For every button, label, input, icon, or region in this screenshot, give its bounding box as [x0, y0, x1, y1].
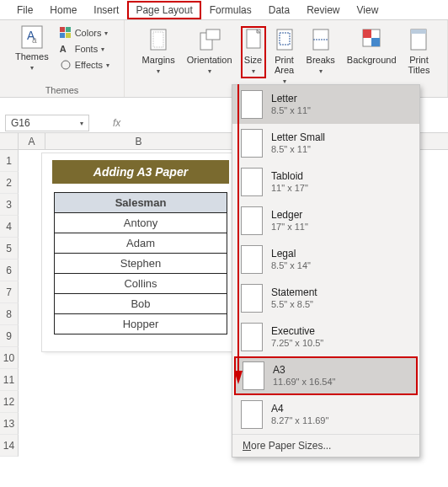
row-header[interactable]: 3: [0, 194, 19, 216]
size-dim: 8.5" x 11": [271, 143, 325, 155]
row-header[interactable]: 9: [0, 325, 19, 347]
group-label-themes: Themes: [45, 85, 79, 95]
size-option-a3[interactable]: A311.69" x 16.54": [234, 356, 418, 395]
size-dim: 17" x 11": [271, 221, 308, 233]
tab-file[interactable]: File: [8, 1, 41, 19]
svg-rect-5: [60, 33, 65, 38]
size-dim: 5.5" x 8.5": [271, 298, 317, 310]
row-header[interactable]: 4: [0, 216, 19, 238]
tab-review[interactable]: Review: [298, 1, 348, 19]
page-title: Adding A3 Paper: [52, 160, 229, 184]
row-header[interactable]: 8: [0, 303, 19, 325]
more-paper-sizes[interactable]: More Paper Sizes...: [232, 434, 419, 457]
size-option-letter[interactable]: Letter8.5" x 11": [232, 85, 419, 124]
themes-button[interactable]: Aa Themes ▾: [12, 23, 52, 73]
row-header[interactable]: 5: [0, 238, 19, 260]
effects-icon: [60, 59, 72, 71]
tab-data[interactable]: Data: [260, 1, 298, 19]
size-name: Statement: [271, 286, 317, 298]
row-header[interactable]: 12: [0, 391, 19, 413]
col-header-a[interactable]: A: [19, 133, 45, 149]
print-area-icon: [275, 28, 295, 53]
tab-page-layout[interactable]: Page Layout: [127, 1, 200, 19]
tab-view[interactable]: View: [349, 1, 387, 19]
row-header[interactable]: 7: [0, 281, 19, 303]
ribbon-tabs: File Home Insert Page Layout Formulas Da…: [0, 0, 448, 20]
page-icon: [243, 361, 264, 390]
size-dim: 11" x 17": [271, 182, 308, 194]
size-name: A4: [271, 403, 328, 415]
row-headers: 1 2 3 4 5 6 7 8 9 10 11 12 13 14: [0, 150, 19, 457]
page-icon: [241, 284, 263, 313]
page-icon: [241, 400, 263, 429]
size-dropdown-menu: Letter8.5" x 11"Letter Small8.5" x 11"Ta…: [232, 84, 420, 458]
table-row[interactable]: Adam: [55, 233, 227, 254]
size-option-legal[interactable]: Legal8.5" x 14": [232, 240, 419, 279]
breaks-button[interactable]: Breaks▾: [303, 26, 339, 77]
background-button[interactable]: Background: [344, 26, 400, 67]
page-icon: [241, 168, 263, 196]
size-option-a4[interactable]: A48.27" x 11.69": [232, 395, 419, 434]
orientation-button[interactable]: Orientation▾: [184, 26, 236, 77]
size-dim: 8.5" x 11": [271, 104, 311, 116]
margins-icon: [148, 28, 168, 53]
effects-button[interactable]: Effects▾: [57, 58, 112, 72]
row-header[interactable]: 11: [0, 369, 19, 391]
svg-point-7: [61, 61, 70, 69]
chevron-down-icon: ▾: [80, 120, 83, 127]
background-icon: [361, 28, 381, 53]
row-header[interactable]: 1: [0, 150, 19, 172]
fonts-button[interactable]: A Fonts▾: [57, 43, 112, 55]
size-dim: 8.5" x 14": [271, 260, 311, 271]
page-layout-view: Adding A3 Paper Salesman Antony Adam Ste…: [42, 153, 239, 351]
table-row[interactable]: Bob: [55, 294, 227, 314]
margins-button[interactable]: Margins▾: [139, 26, 179, 77]
print-area-button[interactable]: Print Area▾: [271, 26, 298, 87]
row-header[interactable]: 10: [0, 347, 19, 369]
select-all-corner[interactable]: [0, 133, 19, 149]
table-row[interactable]: Antony: [55, 213, 227, 233]
page-icon: [241, 245, 263, 274]
themes-icon: Aa: [20, 24, 44, 50]
tab-insert[interactable]: Insert: [85, 1, 127, 19]
tab-home[interactable]: Home: [41, 1, 85, 19]
size-button[interactable]: Size▾: [241, 26, 266, 78]
orientation-icon: [199, 28, 221, 53]
page-icon: [241, 206, 263, 235]
table-row[interactable]: Stephen: [55, 254, 227, 274]
chevron-down-icon: ▾: [30, 64, 34, 72]
col-header-b[interactable]: B: [45, 133, 232, 149]
size-option-letter-small[interactable]: Letter Small8.5" x 11": [232, 124, 419, 163]
print-titles-button[interactable]: Print Titles: [405, 26, 434, 77]
svg-rect-6: [66, 33, 71, 38]
svg-rect-18: [363, 29, 371, 38]
colors-button[interactable]: Colors▾: [57, 26, 112, 40]
size-dim: 8.27" x 11.69": [271, 415, 328, 426]
row-header[interactable]: 2: [0, 172, 19, 194]
size-option-tabloid[interactable]: Tabloid11" x 17": [232, 163, 419, 201]
table-row[interactable]: Collins: [55, 274, 227, 294]
name-box[interactable]: G16 ▾: [5, 115, 89, 131]
table-row[interactable]: Hopper: [55, 314, 227, 334]
size-name: Ledger: [271, 209, 308, 221]
svg-rect-19: [371, 38, 380, 46]
size-option-statement[interactable]: Statement5.5" x 8.5": [232, 279, 419, 318]
sales-table: Salesman Antony Adam Stephen Collins Bob…: [54, 192, 227, 334]
size-name: Letter: [271, 93, 311, 104]
size-name: Executive: [271, 325, 323, 337]
row-header[interactable]: 6: [0, 260, 19, 281]
row-header[interactable]: 14: [0, 435, 19, 457]
page-icon: [241, 90, 263, 119]
row-header[interactable]: 13: [0, 413, 19, 435]
svg-rect-4: [66, 27, 71, 32]
tab-formulas[interactable]: Formulas: [201, 1, 260, 19]
svg-rect-3: [60, 27, 65, 32]
size-name: Letter Small: [271, 131, 325, 143]
size-option-ledger[interactable]: Ledger17" x 11": [232, 201, 419, 240]
fx-label[interactable]: fx: [113, 117, 120, 129]
svg-text:a: a: [32, 35, 37, 45]
size-name: A3: [273, 364, 335, 376]
fonts-icon: A: [60, 44, 72, 54]
size-option-executive[interactable]: Executive7.25" x 10.5": [232, 318, 419, 356]
size-name: Tabloid: [271, 170, 308, 182]
